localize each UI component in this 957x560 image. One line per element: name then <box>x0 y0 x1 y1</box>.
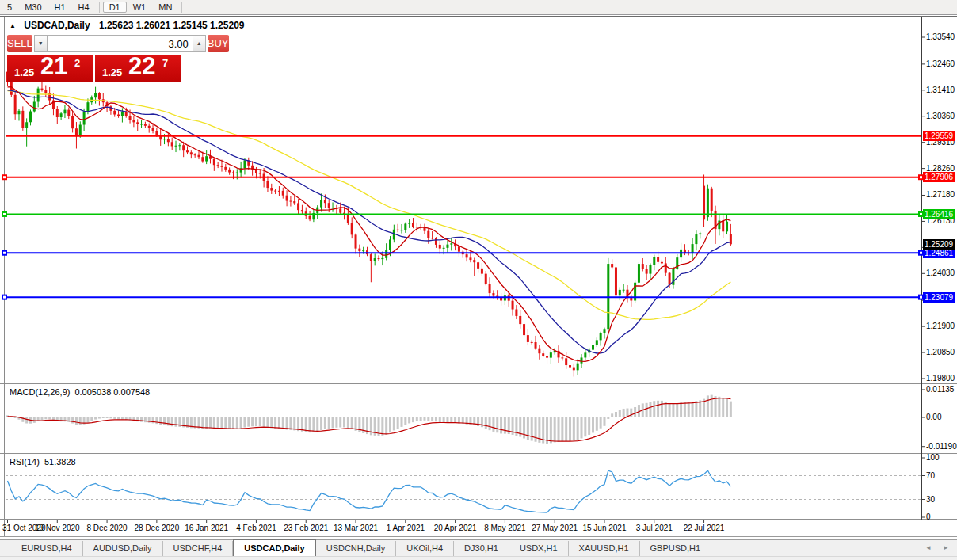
timeframe-button-h4[interactable]: H4 <box>72 2 96 13</box>
date-label: 8 Dec 2020 <box>87 524 128 532</box>
date-label: 16 Jan 2021 <box>185 524 228 532</box>
timeframe-button-d1[interactable]: D1 <box>103 2 127 13</box>
sell-price-prefix: 1.25 <box>14 67 34 78</box>
chart-symbol-label: USDCAD,Daily <box>24 20 90 31</box>
timeframe-button-m30[interactable]: M30 <box>18 2 48 13</box>
date-label: 27 May 2021 <box>532 524 578 532</box>
tab-usdchf-h4[interactable]: USDCHF,H4 <box>163 541 234 556</box>
date-label: 1 Apr 2021 <box>387 524 425 532</box>
tab-dj30-h1[interactable]: DJ30,H1 <box>454 541 509 556</box>
timeframe-toolbar: 5M30H1H4D1W1MN <box>0 0 957 15</box>
macd-tick-label: -0.01190 <box>926 442 957 451</box>
toolbar-separator <box>99 2 100 13</box>
macd-tick-label: 0.01135 <box>926 385 954 394</box>
sell-price-pip-digit: 2 <box>74 57 80 69</box>
collapse-trade-panel-icon[interactable]: ▲ <box>10 22 16 29</box>
sell-button[interactable]: SELL <box>7 35 32 52</box>
timeframe-button-5[interactable]: 5 <box>1 2 18 13</box>
chart-ohlc-values: 1.25623 1.26021 1.25145 1.25209 <box>99 20 245 31</box>
buy-price-box[interactable]: 1.25 22 7 <box>95 55 181 82</box>
price-tick-label: 1.19800 <box>926 374 955 383</box>
macd-tick-label: 0.00 <box>926 413 941 421</box>
terminal-window: 5M30H1H4D1W1MN ▲ USDCAD,Daily 1.25623 1.… <box>0 0 957 560</box>
volume-stepper: ▼ ▲ <box>34 35 206 52</box>
tab-scroll-left-icon[interactable]: ◄ <box>925 544 932 551</box>
rsi-value: 51.3828 <box>44 457 76 467</box>
date-label: 22 Jul 2021 <box>684 524 725 532</box>
macd-name: MACD(12,26,9) <box>10 387 70 397</box>
timeframe-button-mn[interactable]: MN <box>152 2 178 13</box>
date-label: 3 Jul 2021 <box>636 524 673 532</box>
level-price-label: 1.27906 <box>923 172 955 182</box>
date-label: 19 Nov 2020 <box>35 524 80 532</box>
rsi-tick-label: 70 <box>926 471 935 480</box>
tab-usdcnh-daily[interactable]: USDCNH,Daily <box>316 541 397 556</box>
rsi-name: RSI(14) <box>10 457 40 467</box>
tab-xauusd-h1[interactable]: XAUUSD,H1 <box>569 541 640 556</box>
date-label: 20 Apr 2021 <box>434 524 477 532</box>
tab-scroll-right-icon[interactable]: ► <box>943 544 949 551</box>
date-label: 15 Jun 2021 <box>582 524 626 532</box>
rsi-indicator-label: RSI(14)51.3828 <box>10 457 81 467</box>
tab-gbpusd-h1[interactable]: GBPUSD,H1 <box>640 541 712 556</box>
price-tick-label: 1.28260 <box>926 164 955 173</box>
volume-input[interactable] <box>48 35 193 52</box>
level-price-label: 1.23079 <box>923 292 955 303</box>
chart-title: ▲ USDCAD,Daily 1.25623 1.26021 1.25145 1… <box>10 20 249 31</box>
rsi-tick-label: 100 <box>926 453 940 462</box>
rsi-tick-label: 0 <box>926 512 931 521</box>
price-tick-label: 1.32460 <box>926 59 955 68</box>
buy-price-prefix: 1.25 <box>102 67 122 78</box>
macd-values: 0.005038 0.007548 <box>74 387 150 397</box>
price-tick-label: 1.20850 <box>926 348 955 356</box>
one-click-trade-panel: SELL ▼ ▲ BUY 1.25 21 2 1.25 22 7 <box>7 35 181 82</box>
tab-scroll-arrows: ◄ ► <box>916 544 949 551</box>
date-label: 8 May 2021 <box>484 524 525 532</box>
tab-eurusd-h4[interactable]: EURUSD,H4 <box>11 541 83 556</box>
price-tick-label: 1.31410 <box>926 86 955 94</box>
buy-button[interactable]: BUY <box>208 35 229 52</box>
current-price-label: 1.25209 <box>923 239 955 250</box>
rsi-tick-label: 30 <box>926 495 935 504</box>
macd-indicator-label: MACD(12,26,9)0.005038 0.007548 <box>10 387 154 397</box>
price-tick-label: 1.24030 <box>926 269 955 277</box>
price-tick-label: 1.21900 <box>926 322 955 330</box>
tab-audusd-daily[interactable]: AUDUSD,Daily <box>83 541 163 556</box>
level-price-label: 1.26416 <box>923 209 955 219</box>
level-price-label: 1.29559 <box>923 131 955 141</box>
volume-decrease-button[interactable]: ▼ <box>34 35 48 52</box>
price-tick-label: 1.33540 <box>926 32 955 41</box>
chart-tab-bar: EURUSD,H4AUDUSD,DailyUSDCHF,H4USDCAD,Dai… <box>0 539 957 556</box>
sell-price-box[interactable]: 1.25 21 2 <box>7 55 93 82</box>
date-label: 4 Feb 2021 <box>236 524 276 532</box>
date-label: 23 Feb 2021 <box>284 524 328 532</box>
buy-price-pip-digit: 7 <box>162 57 168 69</box>
date-label: 13 Mar 2021 <box>334 524 378 532</box>
tab-ukoil-h4[interactable]: UKOil,H4 <box>396 541 454 556</box>
timeframe-button-w1[interactable]: W1 <box>127 2 153 13</box>
chart-window-border <box>0 16 957 17</box>
volume-increase-button[interactable]: ▲ <box>193 35 206 52</box>
status-strip <box>0 556 957 560</box>
sell-price-big-digits: 21 <box>40 52 67 81</box>
toolbar-separator <box>181 2 182 13</box>
price-tick-label: 1.30360 <box>926 112 955 120</box>
timeframe-button-h1[interactable]: H1 <box>48 2 72 13</box>
tab-usdcad-daily[interactable]: USDCAD,Daily <box>233 539 315 557</box>
tab-usdx-h1[interactable]: USDX,H1 <box>509 541 569 556</box>
price-tick-label: 1.27180 <box>926 190 955 199</box>
chart-canvas[interactable] <box>0 0 957 560</box>
date-label: 28 Dec 2020 <box>135 524 180 532</box>
buy-price-big-digits: 22 <box>128 52 155 81</box>
